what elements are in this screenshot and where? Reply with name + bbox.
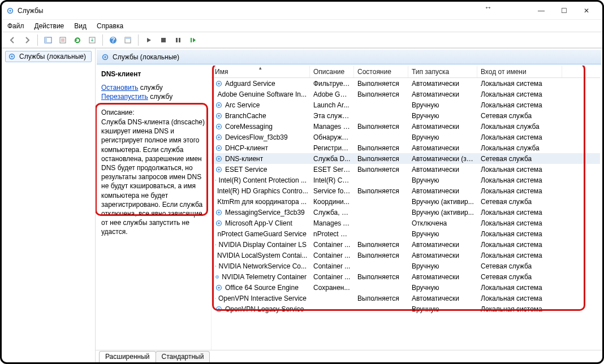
stop-service-link[interactable]: Остановить — [101, 84, 139, 92]
tree-root-item[interactable]: Службы (локальные) — [5, 51, 92, 62]
cell-state: Выполняется — [354, 273, 408, 281]
svg-point-40 — [215, 180, 216, 180]
start-service-button[interactable] — [143, 34, 155, 46]
cell-start: Автоматически — [408, 166, 477, 174]
service-row[interactable]: DNS-клиентСлужба D...ВыполняетсяАвтомати… — [212, 153, 600, 164]
separator — [37, 34, 38, 46]
cell-state: Выполняется — [354, 187, 408, 195]
col-header-state[interactable]: Состояние — [354, 66, 408, 77]
cell-name: Adguard Service — [212, 80, 310, 88]
service-row[interactable]: ESET ServiceESET ServiceВыполняетсяАвтом… — [212, 164, 600, 175]
service-icon — [215, 284, 223, 292]
show-hide-tree-button[interactable] — [42, 34, 54, 46]
cell-start: Вручную — [408, 262, 477, 270]
service-icon — [215, 176, 217, 184]
service-row[interactable]: OpenVPN Legacy ServiceВручнуюЛокальная с… — [212, 304, 600, 314]
service-row[interactable]: NVIDIA LocalSystem Contai...Container ..… — [212, 250, 600, 261]
service-icon — [215, 273, 219, 281]
cell-name: BranchCache — [212, 112, 310, 120]
service-row[interactable]: Microsoft App-V ClientManages A...Отключ… — [212, 218, 600, 228]
separator — [102, 34, 103, 46]
menu-action[interactable]: Действие — [34, 22, 64, 30]
close-button[interactable]: ✕ — [575, 3, 598, 19]
refresh-button[interactable] — [71, 34, 84, 46]
cell-start: Вручную (активир... — [408, 209, 477, 216]
restart-service-link[interactable]: Перезапустить — [101, 93, 148, 101]
service-row[interactable]: NVIDIA Telemetry ContainerContainer ...В… — [212, 271, 600, 282]
cell-desc: Manages c... — [310, 123, 354, 131]
col-header-desc[interactable]: Описание — [310, 66, 354, 77]
cell-start: Автоматически — [408, 273, 477, 281]
resize-indicator-icon: ↔ — [484, 3, 492, 12]
properties-alt-button[interactable] — [122, 34, 134, 46]
service-row[interactable]: MessagingService_f3cb39Служба, о...Вручн… — [212, 207, 600, 218]
service-icon — [215, 219, 223, 227]
cell-desc: nProtect G... — [310, 230, 354, 238]
cell-logon: Локальная система — [477, 101, 562, 109]
stop-service-button[interactable] — [157, 34, 170, 46]
cell-desc: Launch Ar... — [310, 101, 354, 109]
service-row[interactable]: DHCP-клиентРегистрир...ВыполняетсяАвтома… — [212, 142, 600, 153]
description-label: Описание: — [101, 109, 205, 116]
service-list: Имя▴ Описание Состояние Тип запуска Вход… — [211, 66, 600, 350]
service-row[interactable]: Adguard ServiceФильтрует...ВыполняетсяАв… — [212, 78, 600, 89]
service-row[interactable]: NVIDIA NetworkService Co...Container ...… — [212, 261, 600, 271]
service-row[interactable]: Intel(R) HD Graphics Contro...Service fo… — [212, 185, 600, 196]
description-text: Служба DNS-клиента (dnscache) кэширует и… — [101, 118, 205, 236]
cell-state: Выполняется — [354, 90, 408, 98]
cell-name: Intel(R) Content Protection ... — [212, 176, 310, 184]
menu-file[interactable]: Файл — [7, 22, 24, 30]
service-row[interactable]: CoreMessagingManages c...ВыполняетсяАвто… — [212, 121, 600, 132]
cell-start: Автоматически — [408, 80, 477, 88]
col-header-logon[interactable]: Вход от имени — [477, 66, 562, 77]
tab-standard[interactable]: Стандартный — [156, 351, 210, 362]
service-row[interactable]: nProtect GameGuard ServicenProtect G...В… — [212, 228, 600, 239]
svg-point-32 — [218, 136, 220, 138]
cell-desc: Adobe Gen... — [310, 90, 354, 98]
service-row[interactable]: OpenVPN Interactive ServiceВыполняетсяАв… — [212, 293, 600, 304]
cell-logon: Локальная система — [477, 80, 562, 88]
minimize-button[interactable]: — — [530, 3, 553, 19]
cell-logon: Локальная система — [477, 219, 562, 227]
menu-view[interactable]: Вид — [74, 22, 87, 30]
help-button[interactable]: ? — [107, 34, 119, 46]
maximize-button[interactable]: ☐ — [553, 3, 575, 19]
detail-service-name: DNS-клиент — [101, 70, 205, 78]
service-icon — [215, 241, 217, 249]
pause-service-button[interactable] — [172, 34, 184, 46]
service-icon — [215, 305, 223, 313]
detail-pane: DNS-клиент Остановить службу Перезапусти… — [98, 66, 211, 350]
cell-desc: Регистрир... — [310, 144, 354, 152]
svg-point-52 — [215, 244, 216, 245]
cell-logon: Локальная система — [477, 230, 562, 238]
svg-point-36 — [218, 158, 220, 160]
service-icon — [215, 144, 223, 152]
service-row[interactable]: Intel(R) Content Protection ...Intel(R) … — [212, 175, 600, 185]
cell-start: Вручную — [408, 101, 477, 109]
service-row[interactable]: Adobe Genuine Software In...Adobe Gen...… — [212, 89, 600, 99]
cell-state: Выполняется — [354, 241, 408, 249]
service-row[interactable]: Office 64 Source EngineСохранен...Вручну… — [212, 282, 600, 293]
main-pane: Службы (локальные) DNS-клиент Остановить… — [96, 49, 602, 362]
back-button[interactable] — [6, 34, 19, 46]
service-icon — [215, 155, 223, 163]
tab-extended[interactable]: Расширенный — [99, 351, 156, 362]
cell-logon: Локальная система — [477, 294, 562, 302]
export-button[interactable] — [86, 34, 98, 46]
service-row[interactable]: DevicesFlow_f3cb39Обнаруже...ВручнуюЛока… — [212, 132, 600, 142]
service-row[interactable]: Arc Service Launch Ar...ВручнуюЛокальная… — [212, 99, 600, 110]
cell-name: ESET Service — [212, 166, 310, 174]
service-row[interactable]: KtmRm для координатора ...Координи...Вру… — [212, 196, 600, 207]
service-row[interactable]: BranchCacheЭта служб...ВручнуюСетевая сл… — [212, 110, 600, 121]
svg-point-30 — [218, 125, 220, 128]
menu-help[interactable]: Справка — [97, 22, 123, 30]
properties-button[interactable] — [57, 34, 69, 46]
forward-button[interactable] — [21, 34, 33, 46]
col-header-name[interactable]: Имя▴ — [212, 66, 310, 77]
service-row[interactable]: NVIDIA Display Container LSContainer ...… — [212, 239, 600, 250]
cell-logon: Локальная система — [477, 187, 562, 195]
cell-name: Office 64 Source Engine — [212, 284, 310, 292]
col-header-start[interactable]: Тип запуска — [408, 66, 477, 77]
restart-service-button[interactable] — [187, 34, 199, 46]
cell-start: Вручную — [408, 284, 477, 292]
